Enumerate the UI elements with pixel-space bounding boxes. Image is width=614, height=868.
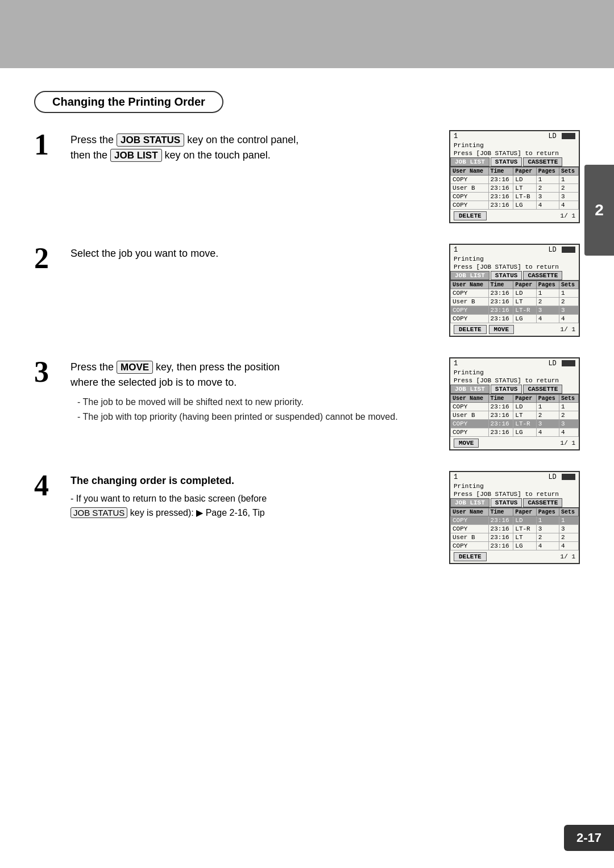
screen-3-footer: MOVE 1/ 1: [450, 437, 579, 449]
screen-1-table: User Name Time Paper Pages Sets COPY 23:…: [450, 167, 579, 210]
screen-1-header: 1 LD: [450, 131, 579, 141]
tab-job-list-1: JOB LIST: [450, 157, 489, 166]
step-3-number: 3: [34, 357, 65, 387]
screen-3-thead-row: User Name Time Paper Pages Sets: [451, 395, 579, 403]
cell-name: COPY: [451, 176, 489, 184]
step-4-number: 4: [34, 471, 65, 500]
tab-cassette-3: CASSETTE: [523, 385, 562, 394]
col-username-1: User Name: [451, 168, 489, 176]
step-1-screen: 1 LD Printing Press [JOB STATUS] to retu…: [449, 130, 580, 223]
cell-name: COPY: [451, 516, 489, 525]
screen-2-table: User Name Time Paper Pages Sets COPY 23:…: [450, 281, 579, 323]
screen-4-tabs: JOB LIST STATUS CASSETTE: [450, 498, 579, 508]
cell-sets: 3: [559, 420, 579, 428]
top-banner: [0, 0, 614, 68]
cell-name: COPY: [451, 193, 489, 201]
table-row: COPY 23:16 LT-B 3 3: [451, 193, 579, 201]
screen-2-header: 1 LD: [450, 245, 579, 255]
table-row: User B 23:16 LT 2 2: [451, 533, 579, 542]
table-row: COPY 23:16 LD 1 1: [451, 403, 579, 411]
cell-time: 23:16: [488, 298, 513, 306]
col-sets-4: Sets: [559, 508, 579, 516]
step-2-content: Select the job you want to move.: [70, 244, 440, 265]
table-row-highlighted: COPY 23:16 LD 1 1: [451, 516, 579, 525]
step-1-text: Press the JOB STATUS key on the control …: [70, 132, 440, 163]
cell-paper: LT: [513, 298, 536, 306]
step-3: 3 Press the MOVE key, then press the pos…: [34, 357, 580, 450]
screen-4-thead-row: User Name Time Paper Pages Sets: [451, 508, 579, 516]
cell-time: 23:16: [488, 289, 513, 298]
col-pages-3: Pages: [536, 395, 559, 403]
tab-job-list-2: JOB LIST: [450, 271, 489, 280]
screen-1-status: Press [JOB STATUS] to return: [450, 149, 579, 157]
table-row: User B 23:16 LT 2 2: [451, 298, 579, 306]
screen-1-counter: 1: [454, 132, 458, 140]
step-4: 4 The changing order is completed. - If …: [34, 471, 580, 564]
cell-sets: 4: [559, 201, 579, 210]
col-pages-2: Pages: [536, 281, 559, 289]
cell-sets: 4: [559, 542, 579, 550]
tab-status-4: STATUS: [491, 498, 522, 507]
screen-1-footer: DELETE 1/ 1: [450, 210, 579, 222]
cell-name: COPY: [451, 289, 489, 298]
cell-paper: LG: [513, 201, 536, 210]
col-time-3: Time: [488, 395, 513, 403]
cell-pages: 1: [536, 516, 559, 525]
screen-4: 1 LD Printing Press [JOB STATUS] to retu…: [449, 471, 580, 564]
cell-pages: 4: [536, 428, 559, 437]
screen-4-printing: Printing: [450, 482, 579, 490]
cell-time: 23:16: [488, 420, 513, 428]
page-indicator-1: 1/ 1: [561, 212, 575, 219]
col-sets-3: Sets: [559, 395, 579, 403]
cell-sets: 2: [559, 411, 579, 420]
cell-paper: LG: [513, 315, 536, 323]
screen-2-tabs: JOB LIST STATUS CASSETTE: [450, 271, 579, 281]
table-row: User B 23:16 LT 2 2: [451, 184, 579, 193]
screen-1-printing: Printing: [450, 141, 579, 149]
screen-3-counter: 1: [454, 360, 458, 368]
cell-pages: 4: [536, 201, 559, 210]
section-title-box: Changing the Printing Order: [34, 91, 223, 113]
move-btn-3: MOVE: [454, 439, 479, 448]
col-username-4: User Name: [451, 508, 489, 516]
step-2-screen: 1 LD Printing Press [JOB STATUS] to retu…: [449, 244, 580, 337]
cell-sets: 4: [559, 315, 579, 323]
col-username-2: User Name: [451, 281, 489, 289]
table-row: COPY 23:16 LD 1 1: [451, 289, 579, 298]
col-pages-4: Pages: [536, 508, 559, 516]
cell-name: COPY: [451, 306, 489, 315]
cell-time: 23:16: [488, 193, 513, 201]
cell-pages: 2: [536, 298, 559, 306]
screen-3-ld: LD: [548, 360, 575, 368]
cell-paper: LD: [513, 289, 536, 298]
screen-3-tabs: JOB LIST STATUS CASSETTE: [450, 385, 579, 394]
page-number-badge: 2-17: [564, 825, 614, 851]
cell-pages: 4: [536, 542, 559, 550]
cell-paper: LT: [513, 533, 536, 542]
tab-status-3: STATUS: [491, 385, 522, 394]
step-2: 2 Select the job you want to move. 1 LD …: [34, 244, 580, 337]
table-row: COPY 23:16 LG 4 4: [451, 428, 579, 437]
step-3-bullets: The job to be moved will be shifted next…: [70, 395, 440, 424]
main-content: Changing the Printing Order 1 Press the …: [0, 68, 614, 630]
step-4-text: The changing order is completed.: [70, 473, 440, 489]
screen-2-thead-row: User Name Time Paper Pages Sets: [451, 281, 579, 289]
cell-sets: 1: [559, 403, 579, 411]
cell-name: COPY: [451, 525, 489, 533]
col-paper-4: Paper: [513, 508, 536, 516]
cell-name: COPY: [451, 403, 489, 411]
cell-paper: LD: [513, 403, 536, 411]
cell-sets: 2: [559, 298, 579, 306]
delete-btn-4: DELETE: [454, 552, 487, 561]
screen-4-status: Press [JOB STATUS] to return: [450, 490, 579, 498]
screen-2-footer: DELETE MOVE 1/ 1: [450, 323, 579, 336]
col-time-1: Time: [488, 168, 513, 176]
job-status-key-1: JOB STATUS: [117, 133, 184, 147]
step-2-number: 2: [34, 244, 65, 273]
cell-time: 23:16: [488, 403, 513, 411]
cell-name: COPY: [451, 420, 489, 428]
col-sets-2: Sets: [559, 281, 579, 289]
screen-1: 1 LD Printing Press [JOB STATUS] to retu…: [449, 130, 580, 223]
screen-2-status: Press [JOB STATUS] to return: [450, 263, 579, 271]
move-btn-2: MOVE: [489, 325, 514, 334]
